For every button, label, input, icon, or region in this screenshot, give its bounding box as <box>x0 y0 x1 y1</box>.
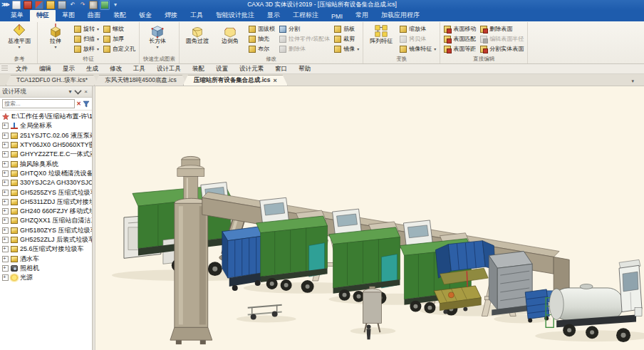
expand-icon[interactable] <box>2 123 9 129</box>
tree-item[interactable]: XTY06JX0 GH5060XTY密闭式压 <box>1 140 92 150</box>
menu-view[interactable]: 显示 <box>58 64 80 74</box>
document-tab-2[interactable]: 东风天锦18吨4500底盘.ics <box>94 75 187 86</box>
menu-modify[interactable]: 修改 <box>105 64 127 74</box>
datum-plane-button[interactable]: 基准平面 ▾ <box>4 23 35 56</box>
thicken-button[interactable]: 加厚 <box>102 34 137 43</box>
ribbon-tab-sheetmetal[interactable]: 钣金 <box>133 9 158 21</box>
offset-face-button[interactable]: 表面等距 <box>442 44 477 53</box>
expand-icon[interactable] <box>2 180 9 186</box>
expand-icon[interactable] <box>2 227 9 234</box>
revolve-button[interactable]: 旋转▾ <box>73 24 100 34</box>
tree-item[interactable]: 251YSJTC.02.06 液压泵站罩 <box>1 131 92 140</box>
dropdown-arrow-icon[interactable]: ▾ <box>157 45 159 49</box>
viewport-3d-scene[interactable] <box>95 86 644 350</box>
menu-edit[interactable]: 编辑 <box>34 64 56 74</box>
custom-hole-button[interactable]: 自定义孔 <box>102 44 137 53</box>
menu-file[interactable]: 文件 <box>11 64 33 74</box>
human-figure[interactable] <box>367 324 371 339</box>
ribbon-tab-smart-annotation[interactable]: 智能设计批注 <box>209 9 261 21</box>
tree-item[interactable]: GHTQX0 垃圾桶清洗设备 <box>1 169 92 178</box>
expand-icon[interactable] <box>2 246 9 252</box>
toolbar-more-icon[interactable]: ▾ <box>112 1 119 9</box>
sweep-button[interactable]: 扫描▾ <box>73 34 100 43</box>
tree-item[interactable]: GH5252ZLJ 后装式垃圾车 <box>1 235 92 245</box>
expand-icon[interactable] <box>2 161 9 168</box>
tab-list-dropdown-icon[interactable]: ▾ <box>631 78 634 84</box>
menu-assembly[interactable]: 装配 <box>187 64 209 74</box>
dropdown-arrow-icon[interactable]: ▾ <box>357 46 359 51</box>
expand-icon[interactable] <box>2 217 9 224</box>
ribbon-tab-addins[interactable]: 加载应用程序 <box>375 9 426 21</box>
close-file-icon[interactable] <box>24 1 32 9</box>
expand-icon[interactable] <box>2 265 9 272</box>
ribbon-tab-surface[interactable]: 曲面 <box>81 9 107 21</box>
viewport-3d[interactable] <box>95 86 644 350</box>
tree-item-camera[interactable]: 照相机 <box>1 264 92 273</box>
tree-item[interactable]: GH5311ZDJ 压缩式对接垃圾车 <box>1 197 92 207</box>
tree-item[interactable]: GHZQXX1 压缩站自清洁系统 <box>1 216 92 225</box>
tree-item[interactable]: 洒水车 <box>1 254 92 263</box>
ribbon-tab-common[interactable]: 常用 <box>349 9 375 21</box>
chamfer-button[interactable]: 边倒角 <box>214 23 246 56</box>
ribbon-tab-weld[interactable]: 焊接 <box>158 9 184 21</box>
dropdown-arrow-icon[interactable]: ▾ <box>434 46 436 51</box>
tree-root[interactable]: E:\工作任务\压缩站布置-许\17年许工 <box>1 112 92 121</box>
tree-item[interactable]: GH5255ZYS 压缩式垃圾车 <box>1 187 92 197</box>
tree-item[interactable]: GHYYZ2ZTE.E.C一体式液压泵 <box>1 150 92 159</box>
mirror-feature-button[interactable]: 镜像特征▾ <box>398 44 437 53</box>
expand-icon[interactable] <box>2 208 9 215</box>
draft-face-button[interactable]: 面拔模 <box>247 24 276 34</box>
menu-settings[interactable]: 设置 <box>211 64 233 74</box>
filter-icon[interactable] <box>83 101 90 108</box>
render-settings-icon[interactable] <box>89 1 98 9</box>
tree-item[interactable]: 330YSJC2A GH330YSJC C2型对 <box>1 178 92 187</box>
tree-item[interactable]: GH240 660FZJY 移动式垃圾桶翻 <box>1 207 92 216</box>
tree-item[interactable]: 抽风除臭系统 <box>1 159 92 168</box>
dropdown-arrow-icon[interactable]: ▾ <box>97 46 99 51</box>
ribbon-tab-sketch[interactable]: 草图 <box>56 9 81 21</box>
fillet-button[interactable]: 圆角过渡 <box>182 23 213 56</box>
thread-button[interactable]: 螺纹 <box>102 24 137 34</box>
expand-icon[interactable] <box>2 256 9 262</box>
tree-item-coordsys[interactable]: 全局坐标系 <box>1 121 92 130</box>
ribbon-tab-menu[interactable]: 菜单 <box>4 9 30 21</box>
mirror-button[interactable]: 镜像▾ <box>333 44 360 53</box>
tree-item[interactable]: GH5180ZYS 压缩式垃圾车 <box>1 226 92 235</box>
tree-item[interactable]: 25.6压缩式对接垃圾车 <box>1 245 92 254</box>
document-tab-1[interactable]: TCA12DFL0 GH..圾车.ics* <box>6 75 98 86</box>
ribbon-tab-pmi[interactable]: PMI <box>325 11 349 21</box>
tree-item-light[interactable]: 光源 <box>1 273 92 282</box>
import-file-icon[interactable] <box>35 1 43 9</box>
pattern-feature-button[interactable]: 阵列特征 <box>365 23 397 56</box>
compactor-station-gray[interactable] <box>489 251 532 315</box>
caxa-logo-icon[interactable]: ⋙ <box>2 1 9 9</box>
compactor-blue[interactable] <box>222 227 265 291</box>
move-face-button[interactable]: 表面移动 <box>442 24 477 34</box>
menu-tools[interactable]: 工具 <box>128 64 150 74</box>
expand-icon[interactable] <box>2 274 9 281</box>
expand-icon[interactable] <box>2 170 9 177</box>
delete-face-button[interactable]: 删除表面 <box>479 24 525 34</box>
ribbon-tab-dimension[interactable]: 工程标注 <box>286 9 325 21</box>
menu-design-tools[interactable]: 设计工具 <box>152 64 186 74</box>
boolean-button[interactable]: 布尔 <box>247 44 276 53</box>
clear-search-icon[interactable]: ✕ <box>76 101 81 107</box>
rib-button[interactable]: 筋板 <box>333 24 360 34</box>
match-face-button[interactable]: 表面匹配 <box>442 34 477 43</box>
dropdown-arrow-icon[interactable]: ▾ <box>54 45 56 49</box>
new-file-icon[interactable] <box>12 1 21 9</box>
ribbon-tab-assembly[interactable]: 装配 <box>107 9 133 21</box>
panel-menu-icon[interactable]: ▾ <box>66 88 74 96</box>
container-blue-walls[interactable] <box>435 241 495 284</box>
expand-icon[interactable] <box>2 151 9 158</box>
dropdown-arrow-icon[interactable]: ▾ <box>97 36 99 41</box>
panel-pin-icon[interactable] <box>74 88 82 96</box>
ribbon-tab-tools[interactable]: 工具 <box>184 9 209 21</box>
open-folder-icon[interactable] <box>46 1 55 9</box>
extrude-button[interactable]: 拉伸 ▾ <box>40 23 71 56</box>
loft-button[interactable]: 放样▾ <box>73 44 100 53</box>
trim-button[interactable]: 裁剪 <box>333 34 360 43</box>
scale-body-button[interactable]: 缩放体 <box>398 24 437 34</box>
split-button[interactable]: 分割 <box>278 24 331 34</box>
pressure-tank[interactable] <box>363 287 382 332</box>
